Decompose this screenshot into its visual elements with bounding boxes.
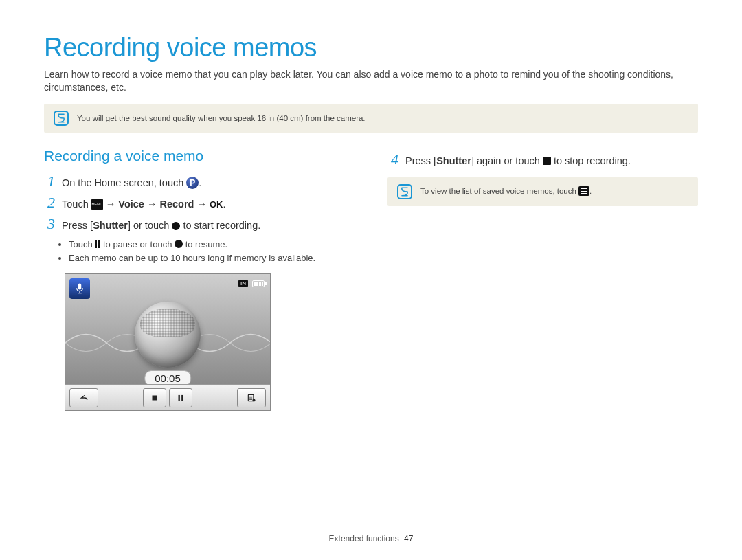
intro-text: Learn how to record a voice memo that yo… [44, 68, 698, 94]
memo-list-icon [578, 186, 589, 196]
step3-bullets: Touch to pause or touch to resume. Each … [69, 238, 355, 265]
note-box-top: You will get the best sound quality when… [44, 104, 698, 133]
pause-icon [95, 238, 100, 250]
footer-page-number: 47 [404, 534, 413, 544]
back-button[interactable] [69, 388, 98, 407]
arrow: → [106, 199, 119, 210]
stop-button[interactable] [143, 388, 166, 407]
step3-text-a: Press [ [62, 220, 93, 231]
step-number: 4 [387, 152, 398, 167]
note-icon [54, 111, 69, 126]
step-number: 1 [44, 174, 55, 189]
note-icon [397, 184, 412, 199]
page-footer: Extended functions 47 [0, 534, 742, 544]
ok-icon: OK [210, 199, 223, 210]
step4-text-a: Press [ [405, 155, 436, 166]
battery-icon [252, 280, 265, 287]
step-4: 4 Press [Shutter] again or touch to stop… [387, 152, 698, 168]
step-number: 3 [44, 216, 55, 232]
section-heading: Recording a voice memo [44, 148, 355, 164]
mic-mode-icon[interactable] [69, 278, 90, 299]
record-dot-icon [175, 240, 183, 248]
step-number: 2 [44, 195, 55, 210]
stop-square-icon [543, 157, 551, 165]
storage-badge: IN [238, 280, 248, 287]
step4-text-b: ] again or touch [471, 155, 543, 166]
right-note-b: . [589, 187, 592, 195]
svg-rect-0 [153, 395, 157, 400]
bullet1-c: to resume. [186, 239, 227, 249]
page-title: Recording voice memos [44, 33, 698, 63]
step-1: 1 On the Home screen, touch P. [44, 174, 355, 190]
step3-text-b: ] or touch [128, 220, 172, 231]
arrow: → [196, 199, 210, 210]
shutter-label: Shutter [93, 220, 128, 231]
voice-recorder-screenshot: IN 00:05 [65, 273, 271, 411]
step-3: 3 Press [Shutter] or touch to start reco… [44, 216, 355, 232]
svg-rect-8 [254, 399, 254, 401]
step3-text-c: to start recording. [183, 220, 260, 231]
step2-text-a: Touch [62, 199, 91, 210]
voice-label: Voice [118, 199, 144, 210]
footer-section: Extended functions [329, 534, 399, 544]
step1-text-b: . [199, 177, 201, 188]
bullet1-b: to pause or touch [103, 239, 175, 249]
pause-button[interactable] [169, 388, 192, 407]
bullet2: Each memo can be up to 10 hours long if … [69, 252, 355, 265]
bullet1-a: Touch [69, 239, 95, 249]
note-text-top: You will get the best sound quality when… [77, 114, 366, 122]
recorder-toolbar [65, 384, 270, 410]
record-label: Record [159, 199, 194, 210]
step-2: 2 Touch MENU → Voice → Record → OK. [44, 195, 355, 211]
memo-list-button[interactable] [237, 388, 266, 407]
note-box-right: To view the list of saved voice memos, t… [387, 177, 698, 206]
shutter-label: Shutter [436, 155, 471, 166]
step4-text-c: to stop recording. [554, 155, 631, 166]
microphone-graphic [135, 302, 201, 368]
p-mode-icon: P [186, 177, 199, 189]
svg-rect-1 [179, 395, 180, 401]
menu-icon: MENU [91, 199, 103, 210]
svg-rect-2 [181, 395, 183, 401]
record-dot-icon [172, 222, 180, 230]
arrow: → [147, 199, 160, 210]
right-note-a: To view the list of saved voice memos, t… [420, 187, 578, 195]
step1-text-a: On the Home screen, touch [62, 177, 186, 188]
step2-text-b: . [223, 199, 226, 210]
